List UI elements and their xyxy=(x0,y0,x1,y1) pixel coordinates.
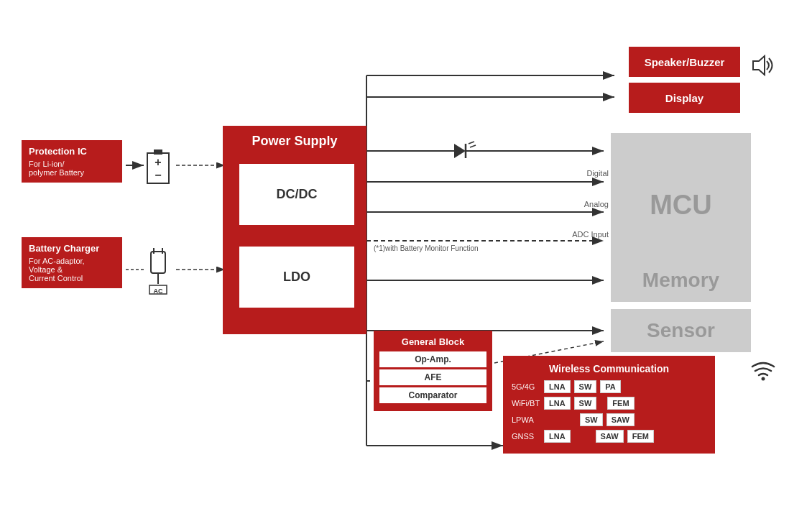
wireless-label-wifi: WiFi/BT xyxy=(512,399,540,408)
wireless-chip-fem-wifi: FEM xyxy=(607,397,634,410)
memory-label: Memory xyxy=(642,269,719,292)
general-block: General Block Op-Amp. AFE Comparator xyxy=(374,331,492,411)
svg-rect-27 xyxy=(151,252,165,273)
protection-ic-block: Protection IC For Li-ion/polymer Battery xyxy=(22,140,122,183)
display-box: Display xyxy=(629,83,740,113)
diode-symbol xyxy=(453,140,478,165)
wireless-label-gnss: GNSS xyxy=(512,432,540,441)
wireless-chip-saw-lpwa: SAW xyxy=(606,413,635,426)
svg-line-39 xyxy=(470,145,476,147)
wireless-label-5g: 5G/4G xyxy=(512,382,540,391)
dcdc-box: DC/DC xyxy=(239,164,354,225)
wireless-row-gnss: GNSS LNA SAW FEM xyxy=(512,430,706,443)
svg-rect-24 xyxy=(154,150,162,155)
wireless-chip-lna-5g: LNA xyxy=(544,380,571,393)
wireless-chip-pa-5g: PA xyxy=(600,380,620,393)
wireless-chip-sw-lpwa: SW xyxy=(580,413,603,426)
wireless-row-wifi: WiFi/BT LNA SW FEM xyxy=(512,397,706,410)
general-block-title: General Block xyxy=(379,336,486,347)
power-supply-block: Power Supply DC/DC LDO xyxy=(223,126,366,334)
wireless-chip-lna-gnss: LNA xyxy=(544,430,571,443)
ldo-box: LDO xyxy=(239,247,354,308)
svg-point-40 xyxy=(762,377,765,381)
general-block-afe: AFE xyxy=(379,369,486,385)
speaker-label: Speaker/Buzzer xyxy=(645,56,725,68)
svg-text:+: + xyxy=(154,156,161,168)
wireless-row-lpwa: LPWA SW SAW xyxy=(512,413,706,426)
wireless-block: Wireless Communication 5G/4G LNA SW PA W… xyxy=(503,356,715,454)
svg-line-38 xyxy=(469,142,474,144)
sensor-block: Sensor xyxy=(611,309,751,352)
charger-symbol: AC xyxy=(144,248,172,295)
wireless-chip-fem-gnss: FEM xyxy=(627,430,654,443)
battery-symbol: + − xyxy=(144,147,172,187)
wireless-chip-saw-gnss: SAW xyxy=(596,430,624,443)
protection-ic-subtitle: For Li-ion/polymer Battery xyxy=(29,160,115,177)
protection-ic-title: Protection IC xyxy=(29,146,87,157)
mcu-digital-label: Digital xyxy=(586,169,609,178)
speaker-buzzer-box: Speaker/Buzzer xyxy=(629,47,740,77)
svg-marker-33 xyxy=(753,56,765,75)
mcu-adc-label: ADC Input xyxy=(572,230,609,239)
wireless-chip-lna-wifi: LNA xyxy=(544,397,571,410)
wireless-title: Wireless Communication xyxy=(512,363,706,374)
svg-marker-34 xyxy=(454,144,466,158)
wifi-icon xyxy=(750,359,776,385)
sensor-label: Sensor xyxy=(647,319,715,342)
mcu-analog-label: Analog xyxy=(584,200,609,208)
wireless-row-5g: 5G/4G LNA SW PA xyxy=(512,380,706,393)
diagram-container: Protection IC For Li-ion/polymer Battery… xyxy=(0,0,812,529)
battery-charger-block: Battery Charger For AC-adaptor,Voltage &… xyxy=(22,237,122,288)
mcu-label: MCU xyxy=(650,190,712,221)
speaker-icon xyxy=(747,52,775,84)
battery-monitor-footnote: (*1)with Battery Monitor Function xyxy=(374,244,479,252)
battery-charger-title: Battery Charger xyxy=(29,243,99,254)
battery-charger-subtitle: For AC-adaptor,Voltage &Current Control xyxy=(29,257,115,282)
wireless-label-lpwa: LPWA xyxy=(512,415,540,424)
display-label: Display xyxy=(665,92,703,104)
svg-text:−: − xyxy=(154,169,161,181)
general-block-opamp: Op-Amp. xyxy=(379,351,486,367)
mcu-block: MCU xyxy=(611,133,751,277)
general-block-comparator: Comparator xyxy=(379,387,486,403)
wireless-chip-sw-wifi: SW xyxy=(574,397,597,410)
memory-block: Memory xyxy=(611,259,751,302)
wireless-chip-sw-5g: SW xyxy=(574,380,597,393)
power-supply-title: Power Supply xyxy=(225,128,364,155)
